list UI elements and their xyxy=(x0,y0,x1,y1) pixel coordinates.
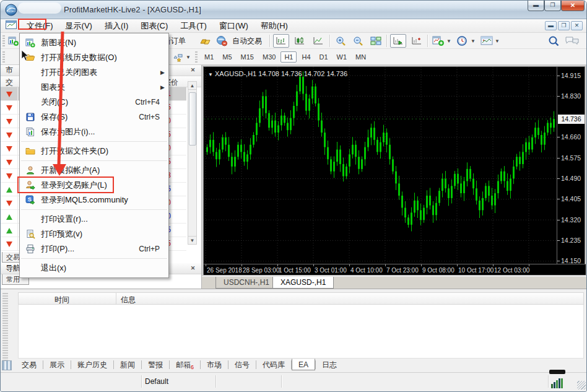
close-icon[interactable]: ✕ xyxy=(189,264,197,272)
menu-item-c[interactable]: 关闭(C)Ctrl+F4 xyxy=(20,95,168,110)
symbol-column-header[interactable]: 交 xyxy=(6,77,13,88)
menu-window[interactable]: 窗口(W) xyxy=(213,19,254,33)
chat-bubbles-icon[interactable] xyxy=(563,34,581,48)
menu-view[interactable]: 显示(V) xyxy=(59,19,98,33)
minimize-button[interactable]: ▬ xyxy=(528,1,544,11)
indicators-dropdown-caret[interactable]: ▼ xyxy=(446,34,452,48)
timeframe-m5[interactable]: M5 xyxy=(219,51,235,63)
menu-item-d[interactable]: 打开数据文件夹(D) xyxy=(20,144,168,159)
objects-dropdown-caret[interactable]: ▼ xyxy=(185,50,191,64)
new-chart-button[interactable] xyxy=(7,34,20,48)
menu-item-x[interactable]: 退出(x) xyxy=(20,261,168,276)
scroll-up-button[interactable]: ▲ xyxy=(188,81,197,90)
menu-item-o[interactable]: 打开离线历史数据(O) xyxy=(20,50,168,65)
menu-item-p[interactable]: 打印(P)...Ctrl+P xyxy=(20,242,168,256)
menu-item-[interactable]: 打开已关闭图表▶ xyxy=(20,65,168,80)
price-scale[interactable]: 14.91514.83014.66014.57514.49014.40514.3… xyxy=(557,67,585,264)
terminal-column-headers: 时间 信息 xyxy=(18,292,584,305)
timeframe-h4[interactable]: H4 xyxy=(298,51,314,63)
terminal-tab-[interactable]: 邮箱6 xyxy=(170,359,200,370)
menu-help[interactable]: 帮助(H) xyxy=(254,19,294,33)
zoom-out-button[interactable] xyxy=(350,34,367,48)
menu-item-label: 开新模拟帐户(A) xyxy=(41,165,168,176)
time-column-header[interactable]: 时间 xyxy=(54,295,69,305)
menu-tools[interactable]: 工具(T) xyxy=(174,19,213,33)
timeframe-m15[interactable]: M15 xyxy=(237,51,258,63)
menu-item-mql5community[interactable]: S登录到MQL5.community xyxy=(20,193,168,207)
terminal-grip[interactable] xyxy=(2,292,8,368)
chart-plot-area[interactable]: ▼ XAGUSD-,H1 14.708 14.736 14.702 14.736 xyxy=(204,67,557,264)
chart-window[interactable]: ▼ XAGUSD-,H1 14.708 14.736 14.702 14.736… xyxy=(203,66,585,275)
column-divider[interactable] xyxy=(116,293,116,305)
terminal-tab-[interactable]: 信号 xyxy=(228,359,256,370)
toolbar-grip[interactable] xyxy=(2,35,5,46)
resize-grip[interactable] xyxy=(577,381,586,390)
templates-dropdown-caret[interactable]: ▼ xyxy=(494,34,500,48)
auto-trading-icon[interactable] xyxy=(215,34,228,48)
restore-button[interactable]: ❐ xyxy=(544,1,561,11)
chart-tab-xagusdh1[interactable]: XAGUSD-,H1 xyxy=(272,277,334,289)
chart-tab-usdcnhh1[interactable]: USDCNH-,H1 xyxy=(215,277,277,289)
terminal-tab-[interactable]: 市场 xyxy=(201,359,228,370)
menu-item-a[interactable]: 开新模拟帐户(A) xyxy=(20,163,168,178)
close-icon[interactable]: ✕ xyxy=(189,66,197,74)
terminal-content[interactable] xyxy=(18,305,584,359)
periods-dropdown-caret[interactable]: ▼ xyxy=(470,34,476,48)
terminal-tab-ea[interactable]: EA xyxy=(292,359,315,370)
menu-separator xyxy=(21,141,167,142)
terminal-tab-[interactable]: 新闻 xyxy=(114,359,141,370)
menu-insert[interactable]: 插入(I) xyxy=(98,19,134,33)
connection-status-icon[interactable] xyxy=(551,378,566,388)
periods-clock-button[interactable] xyxy=(454,34,471,48)
toolbar-grip[interactable] xyxy=(2,51,5,63)
line-chart-button[interactable] xyxy=(310,34,326,48)
timeframe-w1[interactable]: W1 xyxy=(333,51,351,63)
time-scale[interactable]: 26 Sep 201828 Sep 03:001 Oct 15:003 Oct … xyxy=(204,264,586,275)
toolbar-grip[interactable] xyxy=(195,51,198,63)
candlestick-chart-button[interactable] xyxy=(292,34,308,48)
scroll-down-button[interactable]: ▼ xyxy=(188,236,197,245)
quick-panel-icon[interactable] xyxy=(2,360,12,370)
auto-scroll-button[interactable] xyxy=(390,34,406,48)
terminal-tab-[interactable]: 账户历史 xyxy=(71,359,113,370)
close-button[interactable]: ✕ xyxy=(561,1,585,11)
indicators-button[interactable] xyxy=(430,34,446,48)
print-preview-icon xyxy=(20,229,41,239)
menu-item-s[interactable]: 保存(S)Ctrl+S xyxy=(20,110,168,124)
bar-chart-button[interactable] xyxy=(273,34,289,48)
scrollbar-track[interactable] xyxy=(188,90,197,236)
statusbar-divider xyxy=(548,375,549,388)
chart-shift-button[interactable] xyxy=(409,34,425,48)
terminal-tab-[interactable]: 交易 xyxy=(15,359,43,370)
tile-windows-button[interactable] xyxy=(368,34,384,48)
timeframe-h1[interactable]: H1 xyxy=(280,51,297,63)
time-tick-mark xyxy=(206,264,206,266)
templates-button[interactable] xyxy=(479,34,495,48)
menu-item-n[interactable]: 新图表(N) xyxy=(20,35,168,50)
timeframe-m1[interactable]: M1 xyxy=(201,51,217,63)
timeframe-mn[interactable]: MN xyxy=(352,51,370,63)
timeframe-m30[interactable]: M30 xyxy=(259,51,279,63)
terminal-tab-[interactable]: 警报 xyxy=(142,359,169,370)
menu-charts[interactable]: 图表(C) xyxy=(134,19,174,33)
zoom-in-button[interactable] xyxy=(333,34,349,48)
terminal-tab-[interactable]: 展示 xyxy=(43,359,71,370)
menu-item-v[interactable]: 打印预览(v) xyxy=(20,227,168,242)
profile-name[interactable]: Default xyxy=(145,377,168,386)
terminal-tab-[interactable]: 日志 xyxy=(316,359,343,370)
terminal-tab-[interactable]: 代码库 xyxy=(256,359,291,370)
objects-button[interactable] xyxy=(170,50,185,64)
menu-item-r[interactable]: 打印设置(r)... xyxy=(20,212,168,227)
child-minimize-button[interactable]: ▬ xyxy=(545,21,557,30)
statusbar-divider xyxy=(141,375,142,388)
menu-item-[interactable]: 图表夹▶ xyxy=(20,80,168,95)
timeframe-d1[interactable]: D1 xyxy=(316,51,332,63)
message-column-header[interactable]: 信息 xyxy=(121,295,136,305)
scrollbar-thumb[interactable] xyxy=(189,92,196,146)
menu-item-i[interactable]: 保存为图片(i)... xyxy=(20,124,168,139)
child-restore-button[interactable]: ❐ xyxy=(558,21,570,30)
child-close-button[interactable]: ✕ xyxy=(571,21,583,30)
search-icon[interactable] xyxy=(546,34,561,48)
auto-trading-button[interactable]: 自动交易 xyxy=(228,34,266,48)
gold-ingot-icon[interactable] xyxy=(199,34,214,48)
